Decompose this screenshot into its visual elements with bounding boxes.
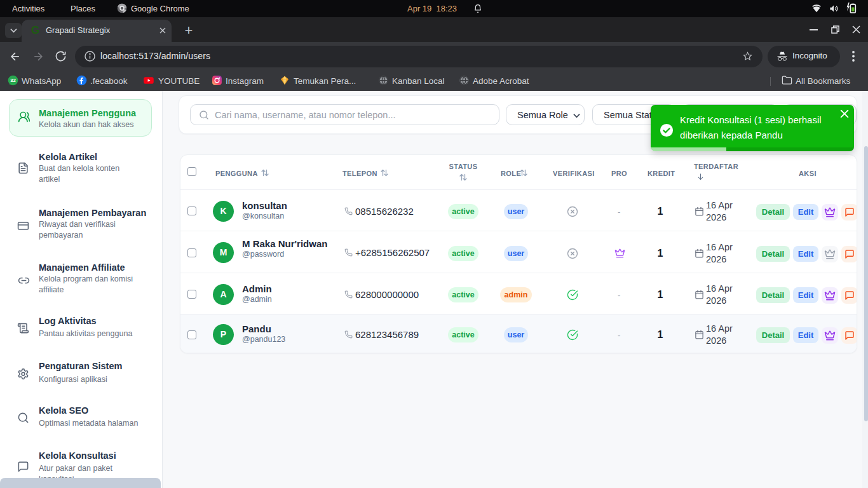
svg-text:32: 32 xyxy=(10,78,16,83)
